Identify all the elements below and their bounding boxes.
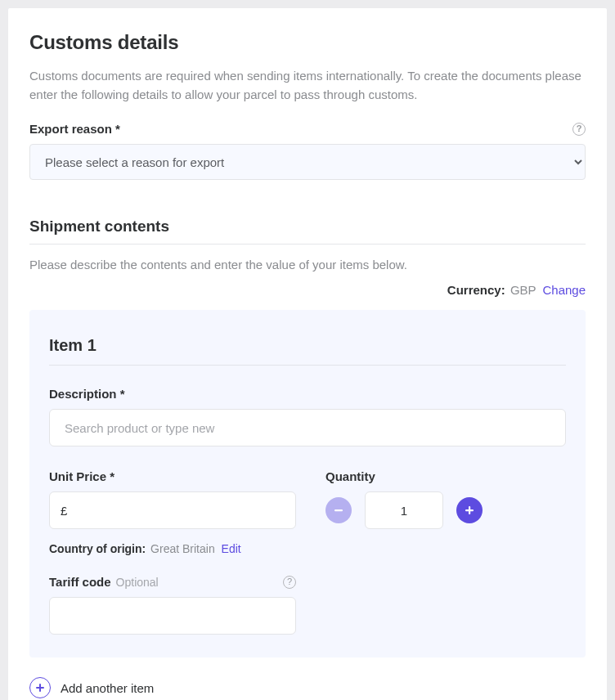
section-title: Customs details: [29, 31, 586, 54]
shipment-contents-description: Please describe the contents and enter t…: [29, 258, 586, 271]
quantity-decrease-button[interactable]: [325, 497, 352, 523]
description-input[interactable]: [49, 409, 566, 446]
description-label: Description *: [49, 387, 125, 401]
quantity-stepper: [325, 491, 566, 529]
tariff-input[interactable]: [49, 597, 296, 635]
export-reason-select[interactable]: Please select a reason for export: [29, 144, 586, 180]
origin-edit-link[interactable]: Edit: [222, 542, 241, 555]
tariff-label-row: Tariff code Optional ?: [49, 575, 296, 589]
currency-label: Currency:: [447, 283, 505, 297]
add-item-button[interactable]: Add another item: [29, 677, 586, 698]
minus-icon: [333, 505, 344, 516]
currency-symbol: £: [61, 504, 67, 518]
unit-price-input[interactable]: [49, 491, 296, 529]
quantity-increase-button[interactable]: [456, 497, 483, 523]
export-reason-label-row: Export reason * ?: [29, 122, 586, 136]
help-icon[interactable]: ?: [572, 123, 586, 136]
plus-icon: [464, 505, 475, 516]
tariff-optional: Optional: [116, 576, 159, 589]
quantity-input[interactable]: [365, 491, 443, 529]
add-item-label: Add another item: [61, 681, 154, 695]
currency-value: GBP: [510, 283, 536, 297]
unit-price-label: Unit Price *: [49, 469, 114, 483]
svg-rect-2: [469, 506, 470, 514]
export-reason-label: Export reason *: [29, 122, 120, 136]
currency-change-link[interactable]: Change: [542, 283, 586, 297]
origin-label: Country of origin:: [49, 542, 146, 555]
svg-rect-0: [334, 509, 343, 511]
item-title: Item 1: [49, 336, 566, 366]
origin-value: Great Britain: [150, 542, 215, 555]
currency-row: Currency: GBP Change: [29, 283, 586, 297]
quantity-label: Quantity: [325, 469, 375, 483]
help-icon[interactable]: ?: [283, 576, 296, 589]
shipment-contents-heading: Shipment contents: [29, 218, 586, 245]
tariff-label: Tariff code: [49, 575, 111, 589]
plus-circle-icon: [29, 677, 51, 698]
quantity-col: Quantity: [325, 469, 566, 635]
tariff-block: Tariff code Optional ?: [49, 575, 296, 635]
unit-price-col: Unit Price * £ Country of origin: Great …: [49, 469, 296, 635]
svg-rect-4: [39, 684, 41, 692]
unit-price-label-row: Unit Price *: [49, 469, 296, 483]
section-subtitle: Customs documents are required when send…: [29, 67, 586, 104]
export-reason-select-wrap: Please select a reason for export: [29, 144, 586, 180]
origin-row: Country of origin: Great Britain Edit: [49, 542, 296, 555]
description-label-row: Description *: [49, 387, 566, 401]
quantity-label-row: Quantity: [325, 469, 566, 483]
customs-details-card: Customs details Customs documents are re…: [8, 8, 607, 700]
item-card: Item 1 Description * Unit Price * £ Coun…: [29, 310, 586, 657]
